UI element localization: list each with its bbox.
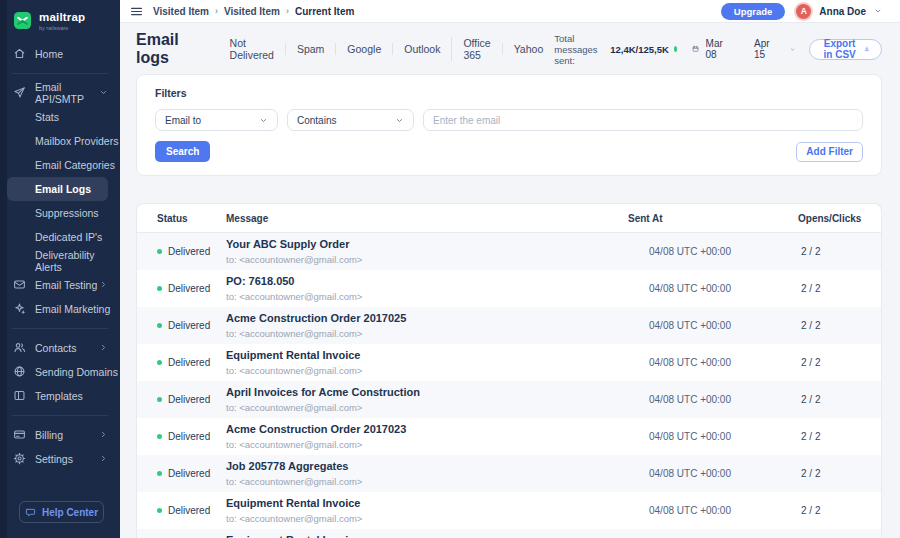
sent-at-value: 04/08 UTC +00:00	[628, 357, 798, 368]
sidebar-item-dedicated-ip-s[interactable]: Dedicated IP's	[0, 225, 120, 249]
sidebar-item-label: Contacts	[35, 342, 76, 354]
hamburger-menu-icon[interactable]	[130, 5, 143, 18]
sent-at-value: 04/08 UTC +00:00	[628, 468, 798, 479]
sidebar-item-email-categories[interactable]: Email Categories	[0, 153, 120, 177]
chevron-down-icon	[259, 116, 268, 125]
sidebar-item-contacts[interactable]: Contacts	[0, 336, 120, 360]
sidebar-nav: Home Email API/SMTP Stats Mailbox Provid…	[0, 42, 120, 471]
table-row[interactable]: Delivered Job 205778 Aggregates to: <acc…	[137, 455, 881, 492]
user-name[interactable]: Anna Doe	[819, 6, 866, 17]
tab-outlook[interactable]: Outlook	[392, 43, 451, 55]
message-cell: April Invoices for Acme Construction to:…	[226, 386, 628, 412]
tab-office-365[interactable]: Office 365	[451, 37, 501, 61]
logo[interactable]: mailtrap by railsware	[0, 0, 120, 40]
delivered-dot-icon	[157, 508, 162, 513]
export-csv-button[interactable]: Export in CSV	[809, 39, 882, 60]
tab-google[interactable]: Google	[335, 43, 392, 55]
breadcrumb-item[interactable]: Visited Item	[153, 6, 209, 17]
chevron-right-icon	[99, 430, 108, 439]
table-row[interactable]: Delivered Equipment Rental Invoice to: <…	[137, 344, 881, 381]
search-button[interactable]: Search	[155, 141, 210, 162]
tab-spam[interactable]: Spam	[285, 43, 335, 55]
sidebar-item-label: Templates	[35, 390, 83, 402]
sidebar-item-suppressions[interactable]: Suppressions	[0, 201, 120, 225]
sidebar-item-email-logs[interactable]: Email Logs	[7, 177, 108, 201]
sidebar-item-email-marketing[interactable]: Email Marketing	[0, 297, 120, 321]
chevron-down-icon[interactable]	[874, 7, 882, 15]
message-subject: Acme Construction Order 2017023	[226, 423, 628, 436]
brand-name: mailtrap	[39, 11, 85, 24]
message-recipient: to: <accountowner@gmail.com>	[226, 402, 628, 413]
sidebar-item-email-api-smtp[interactable]: Email API/SMTP	[0, 81, 120, 105]
filters-title: Filters	[155, 87, 863, 99]
sent-at-value: 04/08 UTC +00:00	[628, 505, 798, 516]
upgrade-button[interactable]: Upgrade	[721, 3, 786, 20]
message-cell: Equipment Rental Invoice to: <accountown…	[226, 534, 628, 538]
chevron-right-icon	[99, 454, 108, 463]
sidebar-item-sending-domains[interactable]: Sending Domains	[0, 360, 120, 384]
filter-operator-select[interactable]: Contains	[287, 109, 414, 131]
main-area: Visited Item › Visited Item › Current It…	[120, 0, 900, 538]
avatar[interactable]: A	[796, 4, 811, 19]
sidebar-item-label: Dedicated IP's	[35, 231, 102, 243]
date-from[interactable]: Mar 08	[706, 38, 724, 60]
message-cell: Job 205778 Aggregates to: <accountowner@…	[226, 460, 628, 486]
sidebar-item-label: Sending Domains	[35, 366, 118, 378]
sidebar-item-deliverability-alerts[interactable]: Deliverability Alerts	[0, 249, 120, 273]
table-row[interactable]: Delivered Acme Construction Order 201702…	[137, 307, 881, 344]
date-to[interactable]: Apr 15	[754, 38, 772, 60]
delivered-dot-icon	[157, 249, 162, 254]
table-header-row: Status Message Sent At Opens/Clicks	[137, 204, 881, 233]
sent-at-value: 04/08 UTC +00:00	[628, 394, 798, 405]
tab-not-delivered[interactable]: Not Delivered	[219, 37, 285, 61]
message-subject: Your ABC Supply Order	[226, 238, 628, 251]
email-logs-table: Status Message Sent At Opens/Clicks Deli…	[136, 203, 882, 538]
status-badge: Delivered	[157, 431, 226, 442]
table-row[interactable]: Delivered Equipment Rental Invoice to: <…	[137, 492, 881, 529]
tab-yahoo[interactable]: Yahoo	[502, 43, 555, 55]
help-center-label: Help Center	[42, 507, 98, 518]
filter-field-select[interactable]: Email to	[155, 109, 278, 131]
breadcrumb: Visited Item › Visited Item › Current It…	[153, 6, 354, 17]
sidebar-item-mailbox-providers[interactable]: Mailbox Providers	[0, 129, 120, 153]
calendar-icon[interactable]	[692, 43, 699, 55]
sidebar-item-billing[interactable]: Billing	[0, 423, 120, 447]
sidebar-item-settings[interactable]: Settings	[0, 447, 120, 471]
help-center-button[interactable]: Help Center	[19, 501, 104, 523]
delivered-dot-icon	[157, 286, 162, 291]
table-row[interactable]: Delivered April Invoices for Acme Constr…	[137, 381, 881, 418]
add-filter-button[interactable]: Add Filter	[796, 142, 863, 162]
topbar: Visited Item › Visited Item › Current It…	[120, 0, 900, 23]
page-head: Email logs Not DeliveredSpamGoogleOutloo…	[136, 36, 882, 62]
table-row[interactable]: Delivered Acme Construction Order 201702…	[137, 418, 881, 455]
sidebar-item-templates[interactable]: Templates	[0, 384, 120, 408]
table-row[interactable]: Delivered Equipment Rental Invoice to: <…	[137, 529, 881, 538]
sidebar-item-label: Stats	[35, 111, 59, 123]
table-row[interactable]: Delivered Your ABC Supply Order to: <acc…	[137, 233, 881, 270]
status-label: Delivered	[168, 505, 210, 516]
sidebar-item-home[interactable]: Home	[0, 42, 120, 66]
table-row[interactable]: Delivered PO: 7618.050 to: <accountowner…	[137, 270, 881, 307]
status-label: Delivered	[168, 320, 210, 331]
sidebar-item-label: Deliverability Alerts	[35, 249, 120, 273]
breadcrumb-item[interactable]: Visited Item	[224, 6, 280, 17]
email-filter-input[interactable]	[423, 109, 863, 131]
gear-icon	[13, 452, 26, 465]
filter-operator-value: Contains	[297, 115, 336, 126]
message-subject: Acme Construction Order 2017025	[226, 312, 628, 325]
billing-icon	[13, 428, 26, 441]
sidebar-item-stats[interactable]: Stats	[0, 105, 120, 129]
filter-actions: Search Add Filter	[155, 141, 863, 162]
app-window: mailtrap by railsware Home Email API/SMT…	[0, 0, 900, 538]
status-badge: Delivered	[157, 246, 226, 257]
topbar-right: Upgrade A Anna Doe	[721, 3, 882, 20]
chevron-down-icon	[99, 88, 108, 97]
chevron-down-icon[interactable]	[790, 45, 795, 54]
globe-icon	[13, 365, 26, 378]
status-label: Delivered	[168, 468, 210, 479]
status-label: Delivered	[168, 394, 210, 405]
sidebar-item-label: Email Marketing	[35, 303, 110, 315]
status-badge: Delivered	[157, 505, 226, 516]
sidebar-item-label: Email Testing	[35, 279, 97, 291]
sidebar-item-email-testing[interactable]: Email Testing	[0, 273, 120, 297]
